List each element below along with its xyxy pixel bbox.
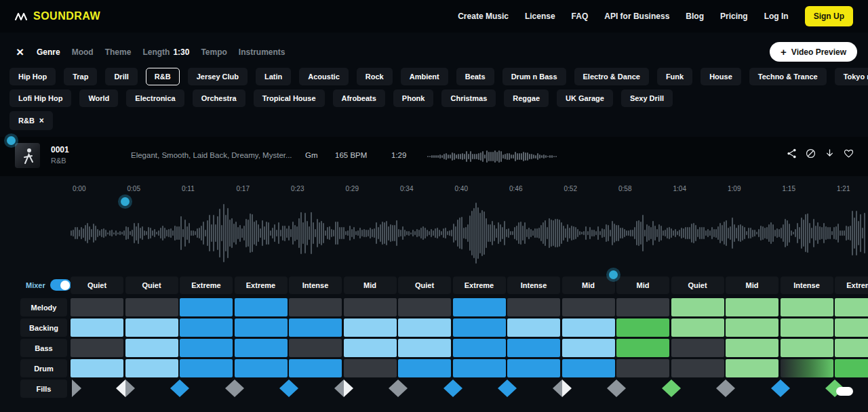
- genre-chip-orchestra[interactable]: Orchestra: [193, 89, 245, 107]
- genre-chip-latin[interactable]: Latin: [256, 68, 291, 85]
- exclude-button[interactable]: [804, 147, 816, 159]
- genre-chip-house[interactable]: House: [701, 68, 741, 85]
- cell-melody-6[interactable]: [344, 298, 397, 316]
- like-button[interactable]: [842, 147, 854, 159]
- nav-link-create-music[interactable]: Create Music: [458, 12, 509, 21]
- hint-dot[interactable]: [609, 270, 618, 279]
- fill-8[interactable]: [443, 379, 462, 397]
- tab-length[interactable]: Length1:30: [142, 47, 189, 57]
- genre-chip-christmas[interactable]: Christmas: [441, 89, 496, 107]
- cell-drum-3[interactable]: [180, 359, 233, 377]
- energy-cell-3[interactable]: Extreme: [180, 276, 233, 294]
- genre-chip-beats[interactable]: Beats: [456, 68, 494, 85]
- timeline-tick-5[interactable]: 0:23: [289, 185, 344, 192]
- genre-chip-drum-n-bass[interactable]: Drum n Bass: [502, 68, 566, 85]
- genre-chip-reggae[interactable]: Reggae: [504, 89, 549, 107]
- nav-link-api-for-business[interactable]: API for Business: [604, 12, 669, 21]
- energy-cell-14[interactable]: Intense: [781, 276, 833, 294]
- cell-bass-7[interactable]: [398, 339, 451, 357]
- genre-chip-ambient[interactable]: Ambient: [401, 68, 448, 85]
- chat-widget-button[interactable]: [836, 387, 853, 396]
- cell-backing-15[interactable]: [835, 318, 868, 337]
- genre-chip-world[interactable]: World: [79, 89, 118, 107]
- timeline-tick-10[interactable]: 0:52: [562, 185, 617, 192]
- cell-bass-11[interactable]: [616, 339, 669, 357]
- cell-drum-2[interactable]: [125, 359, 178, 377]
- timeline-tick-7[interactable]: 0:34: [398, 185, 453, 192]
- cell-backing-5[interactable]: [289, 318, 342, 337]
- cell-drum-4[interactable]: [235, 359, 288, 377]
- cell-backing-14[interactable]: [781, 318, 833, 337]
- energy-cell-15[interactable]: Extreme: [835, 276, 868, 294]
- cell-melody-9[interactable]: [507, 298, 560, 316]
- genre-chip-lofi-hip-hop[interactable]: Lofi Hip Hop: [9, 89, 71, 107]
- energy-cell-6[interactable]: Mid: [344, 276, 397, 294]
- nav-link-license[interactable]: License: [525, 12, 555, 21]
- cell-drum-10[interactable]: [562, 359, 615, 377]
- cell-drum-1[interactable]: [71, 359, 123, 377]
- cell-melody-1[interactable]: [71, 298, 123, 316]
- cell-backing-6[interactable]: [344, 318, 397, 337]
- cell-backing-7[interactable]: [398, 318, 451, 337]
- cell-backing-4[interactable]: [235, 318, 288, 337]
- cell-backing-1[interactable]: [71, 318, 123, 337]
- cell-melody-7[interactable]: [398, 298, 451, 316]
- timeline-tick-9[interactable]: 0:46: [507, 185, 562, 192]
- mixer-toggle[interactable]: [50, 279, 71, 291]
- cell-drum-7[interactable]: [398, 359, 451, 377]
- hint-dot[interactable]: [121, 197, 130, 206]
- cell-melody-10[interactable]: [562, 298, 615, 316]
- timeline-tick-2[interactable]: 0:05: [125, 185, 180, 192]
- soundraw-logo[interactable]: SOUNDRAW: [15, 10, 100, 22]
- cell-backing-3[interactable]: [180, 318, 233, 337]
- energy-cell-1[interactable]: Quiet: [71, 276, 123, 294]
- energy-cell-8[interactable]: Extreme: [453, 276, 506, 294]
- cell-drum-12[interactable]: [671, 359, 724, 377]
- fill-10[interactable]: [553, 379, 572, 397]
- energy-cell-13[interactable]: Mid: [726, 276, 778, 294]
- energy-cell-4[interactable]: Extreme: [235, 276, 288, 294]
- cell-melody-8[interactable]: [453, 298, 506, 316]
- energy-cell-11[interactable]: Mid: [616, 276, 669, 294]
- cell-backing-2[interactable]: [125, 318, 178, 337]
- cell-melody-14[interactable]: [781, 298, 833, 316]
- fill-3[interactable]: [170, 379, 189, 397]
- timeline-tick-12[interactable]: 1:04: [671, 185, 726, 192]
- genre-chip-electro-dance[interactable]: Electro & Dance: [574, 68, 649, 85]
- tab-tempo[interactable]: Tempo: [201, 47, 226, 57]
- cell-drum-14[interactable]: [781, 359, 833, 377]
- video-preview-button[interactable]: + Video Preview: [770, 42, 857, 62]
- cell-drum-6[interactable]: [344, 359, 397, 377]
- cell-backing-13[interactable]: [726, 318, 778, 337]
- cell-backing-8[interactable]: [453, 318, 506, 337]
- signup-button[interactable]: Sign Up: [805, 6, 853, 26]
- genre-chip-acoustic[interactable]: Acoustic: [299, 68, 348, 85]
- energy-cell-10[interactable]: Mid: [562, 276, 615, 294]
- cell-bass-4[interactable]: [235, 339, 288, 357]
- timeline-tick-3[interactable]: 0:11: [180, 185, 235, 192]
- waveform[interactable]: [71, 198, 868, 268]
- cell-bass-2[interactable]: [125, 339, 178, 357]
- tab-instruments[interactable]: Instruments: [239, 47, 285, 57]
- cell-bass-10[interactable]: [562, 339, 615, 357]
- fill-14[interactable]: [771, 379, 790, 397]
- genre-chip-electronica[interactable]: Electronica: [126, 89, 184, 107]
- fill-12[interactable]: [662, 379, 681, 397]
- cell-drum-9[interactable]: [507, 359, 560, 377]
- genre-chip-sexy-drill[interactable]: Sexy Drill: [621, 89, 673, 107]
- timeline-tick-13[interactable]: 1:09: [726, 185, 781, 192]
- tab-theme[interactable]: Theme: [105, 47, 132, 57]
- cell-backing-12[interactable]: [671, 318, 724, 337]
- genre-chip-tokyo-night-pop[interactable]: Tokyo night pop: [835, 68, 868, 85]
- cell-drum-5[interactable]: [289, 359, 342, 377]
- fill-6[interactable]: [334, 379, 353, 397]
- cell-melody-15[interactable]: [835, 298, 868, 316]
- timeline-tick-14[interactable]: 1:15: [781, 185, 835, 192]
- cell-melody-12[interactable]: [671, 298, 724, 316]
- download-button[interactable]: [823, 147, 835, 159]
- cell-melody-11[interactable]: [616, 298, 669, 316]
- genre-chip-phonk[interactable]: Phonk: [393, 89, 434, 107]
- cell-drum-13[interactable]: [726, 359, 778, 377]
- timeline-tick-15[interactable]: 1:21: [835, 185, 868, 192]
- share-button[interactable]: [785, 147, 797, 159]
